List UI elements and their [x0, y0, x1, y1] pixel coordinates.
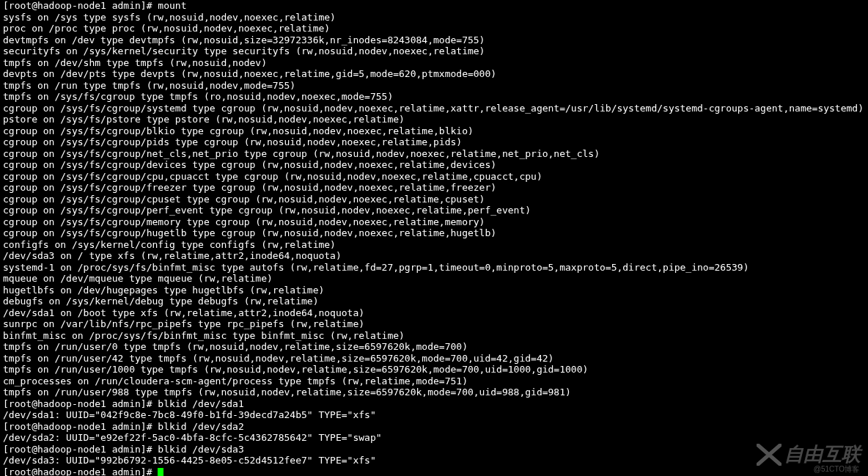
- prompt-mount: [root@hadoop-node1 admin]# mount: [3, 0, 865, 12]
- mount-output-line: hugetlbfs on /dev/hugepages type hugetlb…: [3, 285, 865, 296]
- mount-output-line: configfs on /sys/kernel/config type conf…: [3, 239, 865, 251]
- mount-output-line: securityfs on /sys/kernel/security type …: [3, 45, 865, 57]
- mount-output-line: systemd-1 on /proc/sys/fs/binfmt_misc ty…: [3, 262, 865, 274]
- mount-output-line: mqueue on /dev/mqueue type mqueue (rw,re…: [3, 273, 865, 285]
- mount-output-line: cm_processes on /run/cloudera-scm-agent/…: [3, 376, 865, 387]
- mount-output-line: binfmt_misc on /proc/sys/fs/binfmt_misc …: [3, 330, 865, 342]
- mount-output-line: pstore on /sys/fs/pstore type pstore (rw…: [3, 114, 865, 125]
- mount-output-line: sysfs on /sys type sysfs (rw,nosuid,node…: [3, 12, 865, 23]
- mount-output-line: cgroup on /sys/fs/cgroup/hugetlb type cg…: [3, 227, 865, 239]
- mount-output-line: devpts on /dev/pts type devpts (rw,nosui…: [3, 68, 865, 80]
- mount-output-line: cgroup on /sys/fs/cgroup/systemd type cg…: [3, 103, 865, 114]
- prompt-blkid-sda3: [root@hadoop-node1 admin]# blkid /dev/sd…: [3, 444, 865, 455]
- mount-output-line: /dev/sda1 on /boot type xfs (rw,relatime…: [3, 307, 865, 319]
- mount-output-line: tmpfs on /run/user/0 type tmpfs (rw,nosu…: [3, 341, 865, 353]
- mount-output-line: tmpfs on /run type tmpfs (rw,nosuid,node…: [3, 80, 865, 92]
- prompt-blkid-sda2: [root@hadoop-node1 admin]# blkid /dev/sd…: [3, 421, 865, 433]
- cursor: [158, 468, 163, 477]
- terminal-output[interactable]: [root@hadoop-node1 admin]# mountsysfs on…: [0, 0, 868, 476]
- mount-output-line: cgroup on /sys/fs/cgroup/blkio type cgro…: [3, 125, 865, 137]
- blkid-output-sda3: /dev/sda3: UUID="992b6792-1556-4425-8e05…: [3, 455, 865, 466]
- mount-output-line: tmpfs on /sys/fs/cgroup type tmpfs (ro,n…: [3, 91, 865, 103]
- prompt-active[interactable]: [root@hadoop-node1 admin]#: [3, 466, 865, 477]
- mount-output-line: cgroup on /sys/fs/cgroup/perf_event type…: [3, 205, 865, 216]
- mount-output-line: cgroup on /sys/fs/cgroup/devices type cg…: [3, 159, 865, 171]
- mount-output-line: cgroup on /sys/fs/cgroup/cpu,cpuacct typ…: [3, 171, 865, 183]
- mount-output-line: cgroup on /sys/fs/cgroup/memory type cgr…: [3, 216, 865, 228]
- mount-output-line: proc on /proc type proc (rw,nosuid,nodev…: [3, 23, 865, 34]
- mount-output-line: tmpfs on /dev/shm type tmpfs (rw,nosuid,…: [3, 57, 865, 69]
- blkid-output-sda2: /dev/sda2: UUID="e92ef22f-5ac0-4bfa-8cfc…: [3, 432, 865, 444]
- mount-output-line: debugfs on /sys/kernel/debug type debugf…: [3, 296, 865, 307]
- mount-output-line: cgroup on /sys/fs/cgroup/net_cls,net_pri…: [3, 148, 865, 160]
- blkid-output-sda1: /dev/sda1: UUID="042f9c8e-7bc8-49f0-b1fd…: [3, 409, 865, 421]
- prompt-blkid-sda1: [root@hadoop-node1 admin]# blkid /dev/sd…: [3, 398, 865, 410]
- mount-output-line: cgroup on /sys/fs/cgroup/pids type cgrou…: [3, 136, 865, 148]
- mount-output-line: /dev/sda3 on / type xfs (rw,relatime,att…: [3, 250, 865, 262]
- mount-output-line: cgroup on /sys/fs/cgroup/freezer type cg…: [3, 182, 865, 194]
- mount-output-line: tmpfs on /run/user/988 type tmpfs (rw,no…: [3, 387, 865, 398]
- mount-output-line: tmpfs on /run/user/42 type tmpfs (rw,nos…: [3, 353, 865, 365]
- mount-output-line: sunrpc on /var/lib/nfs/rpc_pipefs type r…: [3, 318, 865, 330]
- mount-output-line: devtmpfs on /dev type devtmpfs (rw,nosui…: [3, 34, 865, 46]
- mount-output-line: cgroup on /sys/fs/cgroup/cpuset type cgr…: [3, 194, 865, 205]
- mount-output-line: tmpfs on /run/user/1000 type tmpfs (rw,n…: [3, 364, 865, 376]
